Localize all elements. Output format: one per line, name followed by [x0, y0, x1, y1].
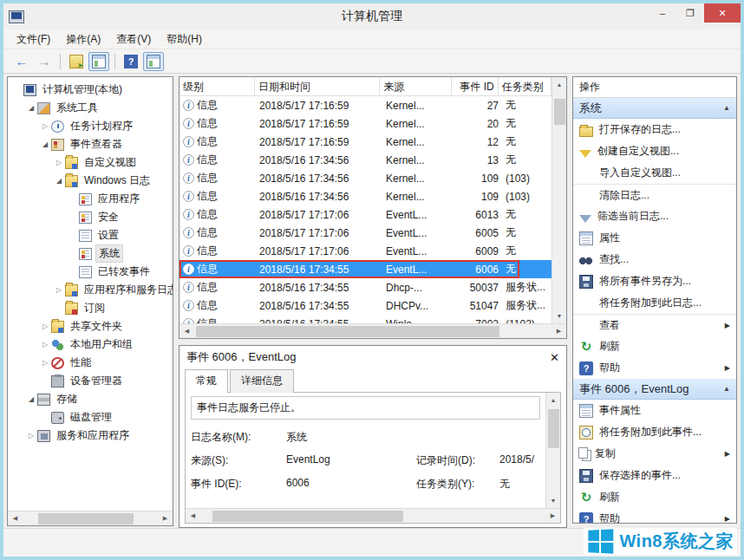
action-item[interactable]: 打开保存的日志... — [573, 119, 736, 140]
scrollbar-thumb[interactable] — [212, 511, 403, 522]
expanded-arrow-icon[interactable]: ◢ — [39, 140, 51, 148]
tree-item[interactable]: ◢存储 — [10, 390, 173, 408]
action-item[interactable]: 将任务附加到此日志... — [573, 292, 736, 314]
action-item[interactable]: 属性 — [573, 227, 736, 249]
scrollbar-thumb[interactable] — [196, 326, 499, 337]
tree-item[interactable]: ▷自定义视图 — [10, 153, 173, 172]
column-header-0[interactable]: 级别 — [179, 77, 255, 95]
event-list-horizontal-scrollbar[interactable]: ◀ ▶ — [179, 323, 566, 338]
scrollbar-thumb[interactable] — [38, 513, 134, 524]
maximize-button[interactable]: ❐ — [676, 3, 704, 23]
export-list-button[interactable] — [66, 52, 87, 71]
minimize-button[interactable]: – — [649, 3, 676, 23]
event-row[interactable]: i信息2018/5/16 17:34:55EventL...6006无 — [179, 260, 551, 278]
tab-常规[interactable]: 常规 — [185, 369, 228, 393]
collapsed-arrow-icon[interactable]: ▷ — [53, 286, 65, 294]
event-row[interactable]: i信息2018/5/16 17:34:56Kernel...109(103) — [179, 187, 551, 205]
action-item[interactable]: 将任务附加到此事件... — [573, 421, 736, 443]
event-row[interactable]: i信息2018/5/17 17:16:59Kernel...12无 — [179, 133, 551, 151]
show-console-tree-button[interactable] — [88, 52, 109, 71]
forward-button[interactable]: → — [34, 52, 55, 71]
event-row[interactable]: i信息2018/5/17 17:17:06EventL...6013无 — [179, 205, 551, 224]
column-header-2[interactable]: 来源 — [380, 77, 452, 95]
event-list-vertical-scrollbar[interactable]: ▲ ▼ — [551, 77, 566, 323]
action-item[interactable]: ↻刷新 — [573, 486, 736, 508]
tree-item[interactable]: 系统 — [10, 244, 173, 263]
tree-item[interactable]: ▷性能 — [10, 354, 173, 372]
menu-item-操作(A)[interactable]: 操作(A) — [58, 29, 108, 49]
action-item[interactable]: 将所有事件另存为... — [573, 270, 736, 292]
collapsed-arrow-icon[interactable]: ▷ — [39, 359, 51, 367]
expanded-arrow-icon[interactable]: ◢ — [53, 177, 65, 185]
action-item[interactable]: 查看▶ — [573, 314, 736, 335]
action-item[interactable]: 保存选择的事件... — [573, 465, 736, 486]
tree-item[interactable]: ◢系统工具 — [10, 99, 173, 117]
scroll-left-icon[interactable]: ◀ — [186, 509, 200, 524]
tab-详细信息[interactable]: 详细信息 — [230, 369, 294, 393]
scroll-left-icon[interactable]: ◀ — [8, 511, 23, 526]
event-row[interactable]: i信息2018/5/17 17:16:59Kernel...27无 — [179, 96, 551, 114]
event-row[interactable]: i信息2018/5/17 17:17:06EventL...6005无 — [179, 224, 551, 242]
column-header-4[interactable]: 任务类别 — [499, 77, 551, 95]
menu-item-查看(V)[interactable]: 查看(V) — [108, 29, 159, 49]
tree-horizontal-scrollbar[interactable]: ◀ ▶ — [8, 511, 173, 525]
tree-item[interactable]: ▷服务和应用程序 — [10, 427, 173, 445]
expanded-arrow-icon[interactable]: ◢ — [25, 395, 37, 403]
event-row[interactable]: i信息2018/5/17 17:16:59Kernel...20无 — [179, 114, 551, 133]
action-item[interactable]: ↻刷新 — [573, 335, 736, 357]
show-action-pane-button[interactable] — [143, 52, 164, 71]
action-section-header[interactable]: 事件 6006，EventLog▲ — [573, 379, 736, 400]
close-button[interactable]: ✕ — [704, 3, 741, 23]
action-item[interactable]: ?帮助▶ — [573, 508, 736, 524]
event-row[interactable]: i信息2018/5/16 17:34:56Kernel...13无 — [179, 151, 551, 169]
detail-vertical-scrollbar[interactable]: ▲ ▼ — [545, 393, 560, 508]
tree-item[interactable]: ◢Windows 日志 — [10, 172, 173, 190]
column-header-3[interactable]: 事件 ID — [452, 77, 498, 95]
scroll-up-icon[interactable]: ▲ — [552, 77, 567, 92]
tree-item[interactable]: 已转发事件 — [10, 263, 173, 281]
collapsed-arrow-icon[interactable]: ▷ — [39, 122, 51, 130]
event-row[interactable]: i信息2018/5/16 17:34:55Dhcp-...50037服务状... — [179, 278, 551, 296]
menu-item-文件(F)[interactable]: 文件(F) — [9, 29, 58, 49]
event-row[interactable]: i信息2018/5/16 17:34:56Kernel...109(103) — [179, 169, 551, 187]
menu-item-帮助(H)[interactable]: 帮助(H) — [159, 29, 210, 49]
collapsed-arrow-icon[interactable]: ▷ — [39, 322, 51, 330]
collapsed-arrow-icon[interactable]: ▷ — [53, 159, 65, 166]
action-item[interactable]: 查找... — [573, 249, 736, 270]
scroll-right-icon[interactable]: ▶ — [551, 324, 566, 339]
event-row[interactable]: i信息2018/5/16 17:34:55Winlo...7002(1102) — [179, 315, 551, 323]
scrollbar-thumb[interactable] — [554, 99, 565, 125]
tree-item[interactable]: ▷共享文件夹 — [10, 317, 173, 335]
scroll-left-icon[interactable]: ◀ — [179, 324, 194, 339]
expanded-arrow-icon[interactable]: ◢ — [25, 104, 37, 112]
event-row[interactable]: i信息2018/5/17 17:17:06EventL...6009无 — [179, 242, 551, 260]
help-button[interactable]: ? — [121, 52, 141, 71]
scroll-up-icon[interactable]: ▲ — [546, 393, 561, 407]
scrollbar-thumb[interactable] — [548, 409, 559, 448]
detail-horizontal-scrollbar[interactable]: ◀ ▶ — [186, 508, 560, 523]
collapse-arrow-icon[interactable]: ▲ — [723, 385, 730, 393]
action-item[interactable]: ?帮助▶ — [573, 357, 736, 379]
tree-item[interactable]: 设置 — [10, 226, 173, 244]
tree-item[interactable]: ▷本地用户和组 — [10, 335, 173, 354]
tree-item[interactable]: 设备管理器 — [10, 372, 173, 390]
action-item[interactable]: 清除日志... — [573, 184, 736, 205]
event-row[interactable]: i信息2018/5/16 17:34:55DHCPv...51047服务状... — [179, 296, 551, 315]
close-detail-icon[interactable]: ✕ — [550, 351, 559, 364]
scroll-down-icon[interactable]: ▼ — [552, 309, 567, 323]
tree-item[interactable]: ▷应用程序和服务日志 — [10, 281, 173, 299]
column-header-1[interactable]: 日期和时间 — [255, 77, 380, 95]
back-button[interactable]: ← — [11, 52, 32, 71]
tree-item[interactable]: 订阅 — [10, 299, 173, 317]
collapsed-arrow-icon[interactable]: ▷ — [25, 432, 37, 440]
tree-item[interactable]: ◢事件查看器 — [10, 135, 173, 153]
tree-item[interactable]: 计算机管理(本地) — [10, 81, 173, 99]
tree-item[interactable]: ▷任务计划程序 — [10, 117, 173, 135]
action-section-header[interactable]: 系统▲ — [573, 98, 736, 119]
action-item[interactable]: 导入自定义视图... — [573, 162, 736, 184]
action-item[interactable]: 复制▶ — [573, 443, 736, 465]
tree-item[interactable]: 应用程序 — [10, 190, 173, 208]
tree-item[interactable]: 磁盘管理 — [10, 408, 173, 427]
tree-item[interactable]: 安全 — [10, 208, 173, 226]
collapsed-arrow-icon[interactable]: ▷ — [39, 341, 51, 348]
